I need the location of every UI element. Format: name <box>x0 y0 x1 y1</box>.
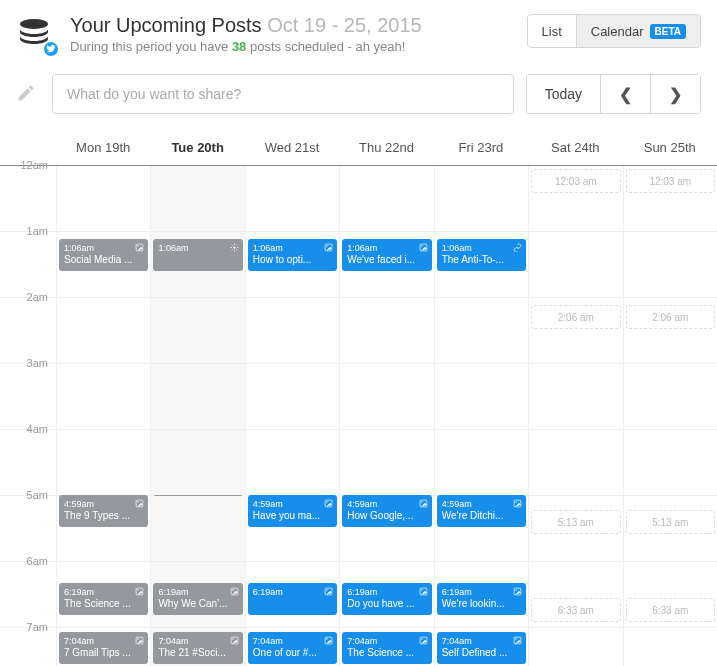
calendar-cell[interactable]: 6:19amThe Science ... <box>56 562 150 627</box>
calendar-event[interactable]: 6:19amWhy We Can'... <box>153 583 242 615</box>
calendar-cell[interactable]: 2:06 am <box>623 298 717 363</box>
calendar-event[interactable]: 6:19amDo you have ... <box>342 583 431 615</box>
calendar-cell[interactable]: 7:04amOne of our #... <box>245 628 339 666</box>
prev-week-button[interactable]: ❮ <box>600 75 650 113</box>
link-icon <box>513 243 522 255</box>
calendar-cell[interactable] <box>339 298 433 363</box>
calendar-event[interactable]: 7:04amThe 21 #Soci... <box>153 632 242 664</box>
calendar-cell[interactable] <box>434 298 528 363</box>
calendar-cell[interactable]: 4:59amThe 9 Types ... <box>56 430 150 495</box>
event-title: Social Media ... <box>64 254 143 266</box>
calendar-cell[interactable]: 6:19amDo you have ... <box>339 562 433 627</box>
calendar-event[interactable]: 1:06amWe've faced i... <box>342 239 431 271</box>
calendar-event[interactable]: 7:04amThe Science ... <box>342 632 431 664</box>
calendar-cell[interactable]: 7:04amThe 21 #Soci... <box>150 628 244 666</box>
svg-point-29 <box>138 638 140 640</box>
calendar-cell[interactable] <box>528 364 622 429</box>
calendar-cell[interactable]: 12:03 am <box>623 166 717 231</box>
calendar-event[interactable]: 7:04amSelf Defined ... <box>437 632 526 664</box>
calendar-view-button[interactable]: Calendar BETA <box>576 15 700 47</box>
today-button[interactable]: Today <box>527 75 600 113</box>
calendar-cell[interactable] <box>245 166 339 231</box>
empty-slot[interactable]: 6:33 am <box>531 598 620 622</box>
svg-point-5 <box>327 245 329 247</box>
calendar-cell[interactable] <box>56 364 150 429</box>
calendar-event[interactable]: 7:04am7 Gmail Tips ... <box>59 632 148 664</box>
calendar-cell[interactable] <box>623 232 717 297</box>
calendar-cell[interactable]: 7:04amThe Science ... <box>339 628 433 666</box>
empty-slot[interactable]: 6:33 am <box>626 598 715 622</box>
calendar-cell[interactable] <box>150 166 244 231</box>
calendar-event[interactable]: 6:19amThe Science ... <box>59 583 148 615</box>
calendar-cell[interactable] <box>56 496 150 561</box>
next-week-button[interactable]: ❯ <box>650 75 700 113</box>
calendar-cell[interactable] <box>623 628 717 666</box>
calendar-cell[interactable] <box>56 298 150 363</box>
calendar-cell[interactable]: 7:04am7 Gmail Tips ... <box>56 628 150 666</box>
calendar-cell[interactable]: 5:13 am <box>528 496 622 561</box>
calendar-event[interactable]: 1:06am <box>153 239 242 271</box>
svg-point-2 <box>138 245 140 247</box>
calendar-cell[interactable]: 12:03 am <box>528 166 622 231</box>
calendar-cell[interactable] <box>434 496 528 561</box>
calendar-cell[interactable] <box>245 496 339 561</box>
empty-slot[interactable]: 2:06 am <box>626 305 715 329</box>
calendar-event[interactable]: 1:06amSocial Media ... <box>59 239 148 271</box>
list-view-button[interactable]: List <box>528 15 576 47</box>
calendar-cell[interactable]: 1:06am <box>150 232 244 297</box>
calendar-cell[interactable] <box>623 430 717 495</box>
calendar-cell[interactable]: 1:06amSocial Media ... <box>56 232 150 297</box>
empty-slot[interactable]: 5:13 am <box>626 510 715 534</box>
calendar-cell[interactable]: 4:59amHave you ma... <box>245 430 339 495</box>
calendar-event[interactable]: 6:19am <box>248 583 337 615</box>
calendar-cell[interactable]: 4:59amHow Google,... <box>339 430 433 495</box>
calendar-cell[interactable] <box>528 430 622 495</box>
svg-point-7 <box>421 245 423 247</box>
calendar-cell[interactable] <box>339 364 433 429</box>
calendar-cell[interactable] <box>623 364 717 429</box>
compose-input[interactable]: What do you want to share? <box>52 74 514 114</box>
calendar-cell[interactable] <box>150 364 244 429</box>
day-header: Wed 21st <box>245 130 339 165</box>
event-time: 7:04am <box>347 636 426 647</box>
calendar-cell[interactable] <box>150 496 244 561</box>
empty-slot[interactable]: 5:13 am <box>531 510 620 534</box>
calendar-cell[interactable]: 1:06amHow to opti... <box>245 232 339 297</box>
calendar-cell[interactable]: 4:59amThe "even yo... <box>150 430 244 495</box>
calendar-cell[interactable]: 6:19am <box>245 562 339 627</box>
calendar-cell[interactable] <box>150 298 244 363</box>
calendar-cell[interactable]: 6:19amWe're lookin... <box>434 562 528 627</box>
event-title: The Science ... <box>64 598 143 610</box>
calendar-cell[interactable]: 6:33 am <box>623 562 717 627</box>
hour-label: 7am <box>0 621 56 666</box>
day-header: Fri 23rd <box>434 130 528 165</box>
calendar-cell[interactable] <box>528 628 622 666</box>
calendar-cell[interactable]: 1:06amThe Anti-To-... <box>434 232 528 297</box>
calendar-cell[interactable]: 4:59amWe're Ditchi... <box>434 430 528 495</box>
calendar-cell[interactable]: 7:04amSelf Defined ... <box>434 628 528 666</box>
calendar-cell[interactable]: 5:13 am <box>623 496 717 561</box>
calendar-cell[interactable] <box>245 298 339 363</box>
svg-point-27 <box>515 589 517 591</box>
calendar-cell[interactable]: 2:06 am <box>528 298 622 363</box>
empty-slot[interactable]: 2:06 am <box>531 305 620 329</box>
calendar-event[interactable]: 1:06amHow to opti... <box>248 239 337 271</box>
empty-slot[interactable]: 12:03 am <box>531 169 620 193</box>
calendar-event[interactable]: 1:06amThe Anti-To-... <box>437 239 526 271</box>
calendar-cell[interactable] <box>339 166 433 231</box>
calendar-cell[interactable] <box>528 232 622 297</box>
empty-slot[interactable]: 12:03 am <box>626 169 715 193</box>
calendar-cell[interactable] <box>434 364 528 429</box>
image-icon <box>513 587 522 599</box>
calendar-cell[interactable]: 6:19amWhy We Can'... <box>150 562 244 627</box>
calendar-event[interactable]: 7:04amOne of our #... <box>248 632 337 664</box>
calendar-cell[interactable] <box>56 166 150 231</box>
calendar-event[interactable]: 6:19amWe're lookin... <box>437 583 526 615</box>
page-title: Your Upcoming Posts Oct 19 - 25, 2015 <box>70 14 527 37</box>
calendar-cell[interactable]: 1:06amWe've faced i... <box>339 232 433 297</box>
calendar-cell[interactable]: 6:33 am <box>528 562 622 627</box>
event-time: 6:19am <box>253 587 332 598</box>
calendar-cell[interactable] <box>339 496 433 561</box>
calendar-cell[interactable] <box>434 166 528 231</box>
calendar-cell[interactable] <box>245 364 339 429</box>
